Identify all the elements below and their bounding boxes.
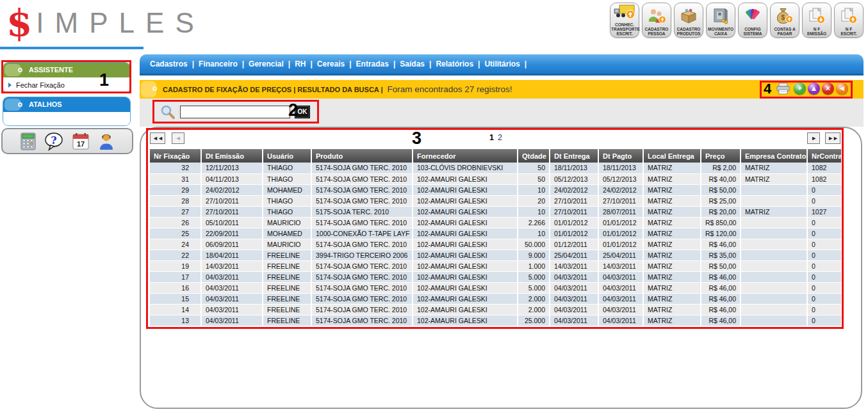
menu-item[interactable]: Cadastros [150, 60, 188, 68]
table-cell: 5174-SOJA GMO TERC. 2010 [311, 282, 413, 293]
cadastro-pessoa-button[interactable]: CADASTROPESSOA [642, 3, 671, 38]
print-button[interactable] [776, 83, 790, 95]
table-row[interactable]: 3104/11/2013THIAGO5174-SOJA GMO TERC. 20… [150, 173, 842, 184]
table-cell: 16 [150, 282, 201, 293]
table-cell: 01/01/2012 [598, 217, 643, 228]
table-row[interactable]: 2522/09/2011MOHAMED1000-CONEXÃO T-TAPE L… [150, 228, 842, 239]
nf-escrit-button[interactable]: N FESCRIT. [834, 3, 864, 38]
table-cell: 31 [150, 173, 201, 184]
table-cell [741, 293, 807, 304]
panel-tab-icon [152, 86, 157, 91]
cadastro-produtos-button[interactable]: CADASTROPRODUTOS [674, 3, 703, 38]
add-button[interactable]: + [794, 83, 806, 95]
table-cell: 12/11/2013 [201, 163, 263, 173]
table-row[interactable]: 2406/09/2011MAURICIO5174-SOJA GMO TERC. … [150, 239, 842, 250]
table-cell: 24/02/2012 [598, 184, 643, 195]
svg-text:17: 17 [76, 140, 84, 148]
table-cell: MATRIZ [643, 271, 701, 282]
table-cell: FREELINE [263, 260, 311, 271]
menu-item[interactable]: Saídas [400, 60, 425, 68]
table-cell: 50 [518, 173, 550, 184]
table-cell: 05/10/2011 [201, 217, 263, 228]
search-ok-button[interactable]: OK [295, 106, 310, 118]
table-cell: 27/10/2011 [201, 206, 263, 217]
movimento-caixa-button[interactable]: MOVIMENTOCAIXA [706, 3, 735, 38]
menu-item[interactable]: Gerencial [249, 60, 284, 68]
help-icon[interactable]: ? [44, 132, 63, 151]
menu-item[interactable]: Cereais [317, 60, 345, 68]
toolbar-button-label: N FEMISSÃO [803, 27, 830, 36]
table-cell: 05/12/2013 [550, 173, 598, 184]
last-page-button[interactable]: ►► [825, 132, 840, 144]
table-cell: 0 [807, 293, 842, 304]
table-row[interactable]: 2605/10/2011MAURICIO5174-SOJA GMO TERC. … [150, 217, 842, 228]
table-header-row: Nr FixaçãoDt EmissãoUsuárioProdutoFornec… [150, 149, 842, 163]
menu-item[interactable]: RH [295, 60, 306, 68]
table-cell: 14/03/2011 [550, 260, 598, 271]
table-cell: 102-AMAURI GALESKI [413, 228, 518, 239]
table-cell: 01/12/2011 [550, 239, 598, 250]
table-cell [741, 304, 807, 315]
calendar-icon[interactable]: 17 [72, 132, 90, 150]
menu-item[interactable]: Financeiro [199, 60, 238, 68]
next-page-button[interactable]: ► [807, 132, 820, 144]
table-cell: R$ 20,00 [701, 206, 741, 217]
table-cell: R$ 25,00 [701, 195, 741, 206]
section-titlebar: CADASTRO DE FIXAÇÃO DE PREÇOS | RESULTAD… [140, 80, 864, 99]
table-cell: MATRIZ [643, 228, 701, 239]
back-button[interactable]: ◄ [836, 83, 848, 95]
table-cell: 1027 [807, 206, 842, 217]
app-logo: $ IMPLES [6, 0, 205, 46]
table-row[interactable]: 1504/03/2011FREELINE5174-SOJA GMO TERC. … [150, 293, 842, 304]
table-cell: 1082 [807, 173, 842, 184]
table-row[interactable]: 2827/10/2011THIAGO5174-SOJA GMO TERC. 20… [150, 195, 842, 206]
page-numbers: 12 [150, 133, 842, 142]
menu-item[interactable]: Utilitários [484, 60, 520, 68]
table-cell: 04/11/2013 [201, 173, 263, 184]
table-cell: MATRIZ [643, 315, 701, 326]
table-cell: 0 [807, 260, 842, 271]
table-cell: 04/03/2011 [201, 315, 263, 326]
table-cell: MATRIZ [643, 163, 701, 173]
search-input[interactable] [180, 106, 290, 118]
table-cell: 04/03/2011 [598, 271, 643, 282]
table-cell: 102-AMAURI GALESKI [413, 250, 518, 260]
table-cell: 13 [150, 315, 201, 326]
table-row[interactable]: 1304/03/2011FREELINE5174-SOJA GMO TERC. … [150, 315, 842, 326]
table-row[interactable]: 3212/11/2013THIAGO5174-SOJA GMO TERC. 20… [150, 163, 842, 173]
table-row[interactable]: 1404/03/2011FREELINE5174-SOJA GMO TERC. … [150, 304, 842, 315]
table-cell: 102-AMAURI GALESKI [413, 195, 518, 206]
table-cell: 04/03/2011 [598, 304, 643, 315]
table-cell: 5174-SOJA GMO TERC. 2010 [311, 304, 413, 315]
contas-a-pagar-button[interactable]: $CONTAS APAGAR [770, 3, 799, 38]
table-cell: 24/02/2012 [550, 184, 598, 195]
table-row[interactable]: 1604/03/2011FREELINE5174-SOJA GMO TERC. … [150, 282, 842, 293]
table-row[interactable]: 1914/03/2011FREELINE5174-SOJA GMO TERC. … [150, 260, 842, 271]
table-cell: MATRIZ [643, 217, 701, 228]
delete-button[interactable]: × [822, 83, 834, 95]
table-cell: 04/03/2011 [550, 315, 598, 326]
menu-item[interactable]: Entradas [356, 60, 389, 68]
table-cell: 1000-CONEXÃO T-TAPE LAYF [311, 228, 413, 239]
up-button[interactable]: ▲ [808, 83, 820, 95]
page-number-2[interactable]: 2 [498, 133, 502, 142]
atalhos-body [3, 112, 130, 125]
column-header: Usuário [263, 149, 311, 163]
table-cell: 18/11/2013 [598, 163, 643, 173]
config-sistema-button[interactable]: CONFIGSISTEMA [738, 3, 767, 38]
sidebar-item-fechar-fixacao[interactable]: Fechar Fixação [3, 77, 130, 93]
table-cell: R$ 40,00 [701, 173, 741, 184]
table-row[interactable]: 2727/10/2011THIAGO5175-SOJA TERC. 201010… [150, 206, 842, 217]
table-row[interactable]: 2924/02/2012MOHAMED5174-SOJA GMO TERC. 2… [150, 184, 842, 195]
table-cell: 04/03/2011 [550, 304, 598, 315]
nf-emissao-button[interactable]: N FEMISSÃO [802, 3, 831, 38]
table-row[interactable]: 1704/03/2011FREELINE5174-SOJA GMO TERC. … [150, 271, 842, 282]
table-cell: 27/10/2011 [550, 206, 598, 217]
menu-item[interactable]: Relatórios [436, 60, 473, 68]
page-number-1[interactable]: 1 [489, 133, 494, 142]
calculator-icon[interactable] [20, 132, 36, 150]
user-icon[interactable] [98, 132, 115, 150]
table-row[interactable]: 2218/04/2011FREELINE3994-TRIGO TERCEIRO … [150, 250, 842, 260]
conhec-transporte-escrit-button[interactable]: CONHEC.TRANSPORTEESCRIT. [610, 3, 639, 38]
table-cell: 5174-SOJA GMO TERC. 2010 [311, 315, 413, 326]
